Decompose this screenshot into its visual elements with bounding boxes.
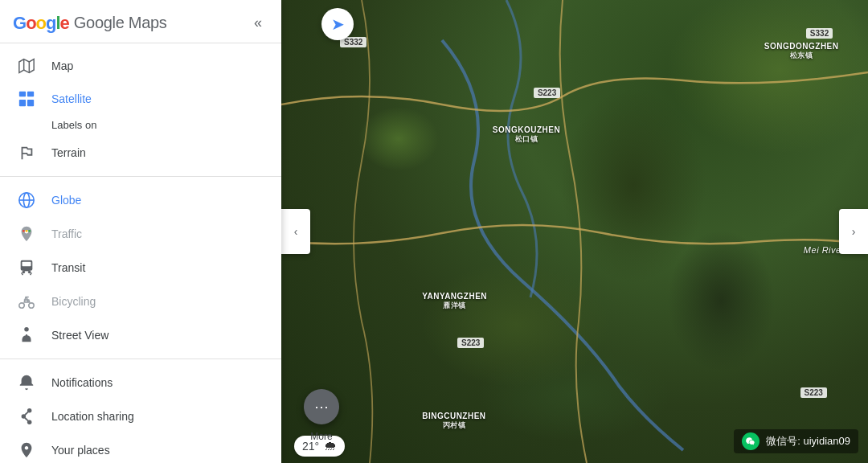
app-name: Google Maps	[74, 14, 167, 32]
transit-label: Transit	[51, 261, 85, 274]
svg-rect-2	[19, 100, 26, 106]
menu-item-street-view[interactable]: Street View	[0, 318, 281, 352]
svg-point-9	[28, 230, 31, 232]
map-background: S332 S332 S223 S223 S223 SONGKOUZHEN 松口镇…	[281, 0, 868, 463]
svg-point-17	[19, 303, 24, 308]
menu-item-globe[interactable]: Globe	[0, 183, 281, 217]
globe-icon	[16, 191, 37, 209]
menu-item-transit[interactable]: Transit	[0, 251, 281, 285]
traffic-icon	[16, 225, 37, 243]
menu-item-bicycling[interactable]: Bicycling	[0, 285, 281, 318]
transit-icon	[16, 259, 37, 277]
globe-label: Globe	[51, 194, 81, 207]
menu-item-location-sharing[interactable]: Location sharing	[0, 399, 281, 433]
terrain-icon	[16, 144, 37, 162]
your-places-label: Your places	[51, 444, 110, 457]
traffic-label: Traffic	[51, 227, 82, 240]
map-label: Map	[51, 59, 73, 72]
layers-section: Globe Traffic	[0, 177, 281, 359]
svg-line-24	[25, 412, 28, 415]
road-label-s223-2: S223	[457, 338, 484, 348]
svg-point-19	[24, 327, 29, 332]
app-header: Google Google Maps «	[0, 0, 281, 43]
collapse-sidebar-button[interactable]: «	[248, 11, 268, 35]
more-fab-button[interactable]: ⋯	[304, 389, 339, 424]
notifications-label: Notifications	[51, 376, 113, 389]
google-logo: Google	[13, 13, 69, 34]
directions-icon: ➤	[331, 14, 345, 34]
collapse-map-button[interactable]: ‹	[281, 209, 310, 254]
extra-section: Notifications Location sharing	[0, 359, 281, 463]
road-label-s223-3: S223	[800, 387, 827, 398]
sidebar: Google Google Maps « Map	[0, 0, 281, 463]
svg-rect-11	[23, 262, 31, 267]
bicycling-label: Bicycling	[51, 295, 96, 308]
map-svg-overlay	[281, 0, 868, 463]
place-label-songdongzhen: SONGDONGZHEN 松东镇	[764, 42, 839, 61]
watermark-text: 微信号: uiyidian09	[766, 434, 850, 449]
street-view-icon	[16, 326, 37, 344]
your-places-icon	[16, 441, 37, 459]
menu-item-traffic[interactable]: Traffic	[0, 217, 281, 251]
watermark: 微信号: uiyidian09	[734, 429, 858, 453]
satellite-label: Satellite	[51, 92, 92, 105]
svg-point-8	[26, 230, 28, 232]
chevron-left-icon: ‹	[294, 225, 298, 238]
svg-rect-0	[19, 92, 26, 96]
app-logo: Google Google Maps	[13, 13, 167, 34]
chevron-right-icon: ›	[852, 225, 856, 238]
place-label-bingcunzhen: BINGCUNZHEN 丙村镇	[422, 412, 485, 431]
more-dots-icon: ⋯	[314, 399, 330, 414]
directions-button[interactable]: ➤	[321, 8, 354, 40]
labels-on-container: Labels on	[0, 116, 281, 136]
place-label-yanyangzhen: YANYANGZHEN 雁洋镇	[422, 292, 487, 311]
svg-rect-3	[27, 100, 34, 106]
menu-item-satellite[interactable]: Satellite	[0, 82, 281, 116]
svg-rect-1	[27, 92, 34, 96]
svg-point-7	[23, 230, 25, 232]
road-label-s223-1: S223	[534, 88, 560, 98]
map-area[interactable]: S332 S332 S223 S223 S223 SONGKOUZHEN 松口镇…	[281, 0, 868, 463]
labels-on-text: Labels on	[51, 119, 96, 131]
location-sharing-icon	[16, 408, 37, 425]
menu-item-terrain[interactable]: Terrain	[0, 136, 281, 170]
notifications-icon	[16, 374, 37, 391]
wechat-icon	[742, 432, 760, 450]
menu-item-map[interactable]: Map	[0, 50, 281, 82]
svg-point-18	[29, 303, 34, 308]
street-view-label: Street View	[51, 329, 108, 342]
satellite-icon	[16, 90, 37, 108]
location-sharing-label: Location sharing	[51, 410, 134, 423]
menu-item-your-places[interactable]: Your places	[0, 433, 281, 463]
expand-map-button[interactable]: ›	[839, 209, 868, 254]
place-label-songkouzhen: SONGKOUZHEN 松口镇	[493, 125, 560, 145]
menu-item-notifications[interactable]: Notifications	[0, 366, 281, 399]
terrain-label: Terrain	[51, 146, 86, 159]
map-type-section: Map Satellite Labels on	[0, 43, 281, 177]
bicycling-icon	[16, 293, 37, 310]
road-label-s332-2: S332	[806, 28, 833, 39]
map-icon	[16, 58, 37, 74]
svg-line-25	[25, 418, 28, 421]
more-label: More	[297, 431, 346, 442]
